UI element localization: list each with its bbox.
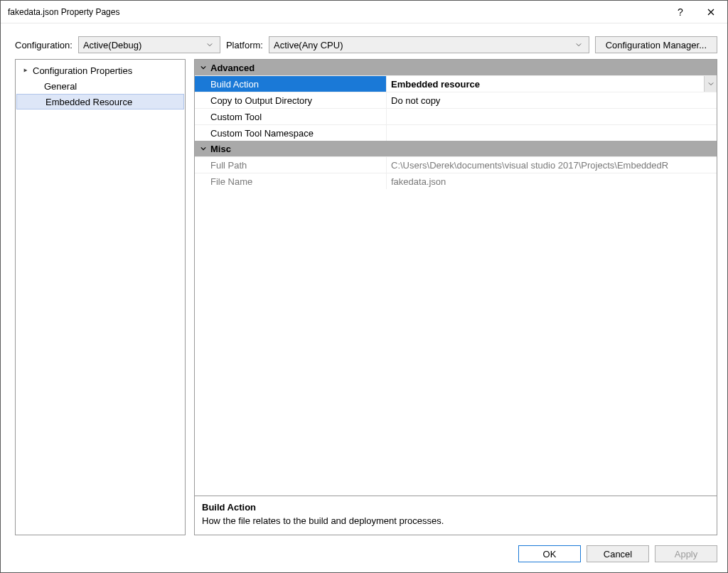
description-pane: Build Action How the file relates to the… [194,496,717,535]
prop-file-name[interactable]: File Name fakedata.json [195,173,717,189]
prop-build-action[interactable]: Build Action Embedded resource [195,75,717,92]
tree-root-label: Configuration Properties [33,65,132,76]
platform-value: Active(Any CPU) [274,40,569,50]
platform-label: Platform: [226,40,263,50]
prop-full-path[interactable]: Full Path C:\Users\Derek\documents\visua… [195,156,717,173]
chevron-down-icon[interactable] [704,76,717,92]
description-title: Build Action [202,502,710,513]
cancel-button[interactable]: Cancel [587,545,649,562]
prop-value: fakedata.json [387,173,717,189]
prop-custom-tool[interactable]: Custom Tool [195,108,717,124]
tree-item-embedded-resource[interactable]: Embedded Resource [16,94,184,109]
prop-custom-tool-namespace[interactable]: Custom Tool Namespace [195,124,717,141]
configuration-label: Configuration: [15,40,73,50]
category-label: Misc [210,144,231,154]
dialog-footer: OK Cancel Apply [1,535,727,572]
tree-item-label: Embedded Resource [46,97,132,107]
apply-button[interactable]: Apply [655,545,717,562]
prop-value[interactable] [387,125,717,141]
property-grid[interactable]: Advanced Build Action Embedded resource … [194,59,717,496]
titlebar: fakedata.json Property Pages ? [1,1,727,23]
prop-copy-to-output[interactable]: Copy to Output Directory Do not copy [195,92,717,108]
ok-button[interactable]: OK [518,545,581,562]
prop-name: Custom Tool Namespace [195,125,387,141]
configuration-bar: Configuration: Active(Debug) Platform: A… [1,23,727,59]
prop-value[interactable]: Do not copy [387,92,717,108]
tree-collapse-icon[interactable] [21,66,30,75]
chevron-down-icon [573,42,584,48]
prop-value: C:\Users\Derek\documents\visual studio 2… [387,157,717,173]
configuration-manager-button[interactable]: Configuration Manager... [595,36,717,53]
main-split: Configuration Properties General Embedde… [1,59,727,535]
prop-value[interactable] [387,109,717,124]
configuration-value: Active(Debug) [83,40,200,50]
window-title: fakedata.json Property Pages [8,7,666,17]
tree-root[interactable]: Configuration Properties [16,63,185,78]
prop-name: Custom Tool [195,109,387,124]
property-pages-dialog: fakedata.json Property Pages ? Configura… [0,0,728,573]
category-tree[interactable]: Configuration Properties General Embedde… [15,59,186,535]
property-grid-area: Advanced Build Action Embedded resource … [194,59,717,535]
configuration-combo[interactable]: Active(Debug) [78,36,220,53]
chevron-down-icon [198,146,209,151]
property-grid-empty-area [195,189,717,496]
category-misc-header[interactable]: Misc [195,141,717,156]
tree-item-label: General [44,81,77,92]
prop-name: Build Action [195,76,387,92]
platform-combo[interactable]: Active(Any CPU) [269,36,589,53]
category-label: Advanced [210,63,255,73]
prop-name: Copy to Output Directory [195,92,387,108]
help-button[interactable]: ? [666,6,695,18]
prop-name: Full Path [195,157,387,173]
chevron-down-icon [204,42,215,48]
prop-name: File Name [195,173,387,189]
close-icon[interactable] [695,1,727,23]
chevron-down-icon [198,65,209,70]
tree-item-general[interactable]: General [16,78,185,94]
category-advanced-header[interactable]: Advanced [195,60,717,75]
prop-value[interactable]: Embedded resource [387,76,717,92]
description-text: How the file relates to the build and de… [202,515,710,526]
